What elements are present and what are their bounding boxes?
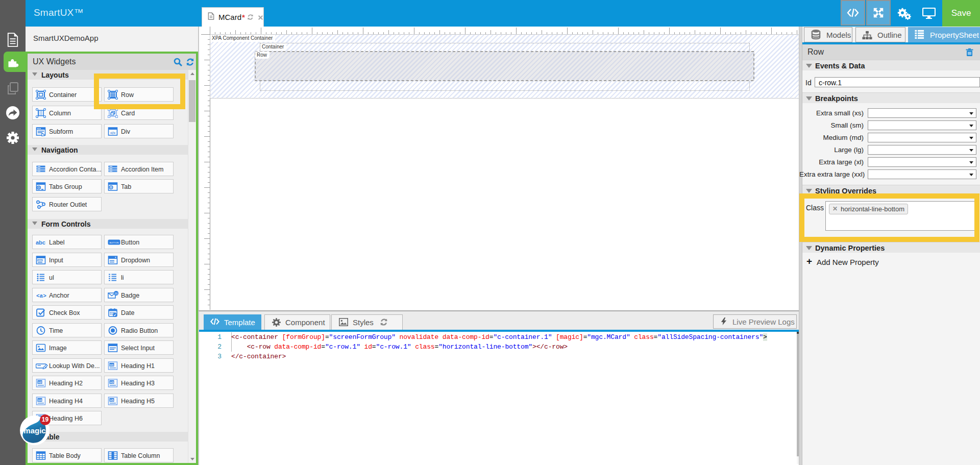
svg-text:abc: abc bbox=[36, 239, 45, 246]
svg-text:magic: magic bbox=[23, 426, 45, 435]
svg-text:H4: H4 bbox=[38, 399, 42, 402]
svg-text:H3: H3 bbox=[110, 381, 113, 384]
svg-text:</>: </> bbox=[110, 131, 115, 135]
svg-text:H2: H2 bbox=[38, 381, 41, 384]
svg-text:00: 00 bbox=[115, 292, 118, 295]
svg-text:<a>: <a> bbox=[36, 293, 46, 299]
svg-text:H5: H5 bbox=[110, 399, 113, 402]
svg-text:BUTTON: BUTTON bbox=[110, 241, 119, 244]
svg-text:H1: H1 bbox=[110, 363, 113, 366]
